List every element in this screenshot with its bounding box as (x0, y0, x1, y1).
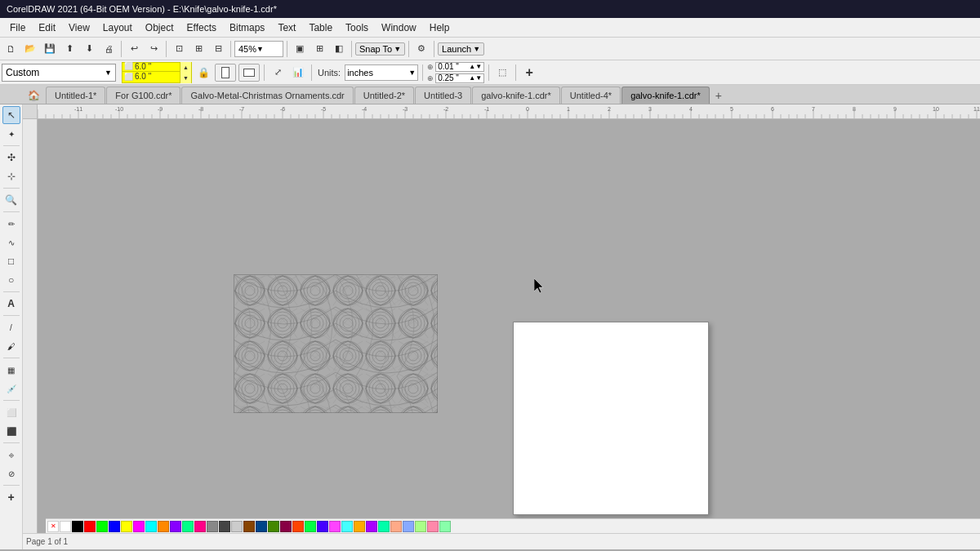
snap-to-button[interactable]: Snap To ▼ (355, 42, 405, 56)
color-swatch-5[interactable] (121, 521, 132, 532)
color-swatch-24[interactable] (354, 521, 365, 532)
menu-object[interactable]: Object (139, 20, 180, 35)
launch-button[interactable]: Launch ▼ (438, 42, 484, 56)
color-swatch-31[interactable] (439, 521, 451, 532)
canvas-content[interactable] (38, 119, 980, 533)
add-page-tool[interactable]: + (2, 488, 20, 506)
menu-tools[interactable]: Tools (339, 20, 375, 35)
size-up-arrow[interactable]: ▲ (180, 62, 191, 73)
tab-christmas[interactable]: Galvo-Metal-Christmas Ornaments.cdr (181, 87, 353, 104)
menu-window[interactable]: Window (375, 20, 423, 35)
undo-button[interactable]: ↩ (125, 40, 143, 58)
options-button[interactable]: ⚙ (412, 40, 430, 58)
crop-tool[interactable]: ⊹ (2, 167, 20, 185)
color-swatch-25[interactable] (366, 521, 377, 532)
width-input[interactable]: ⬜ 6.0 " (122, 62, 180, 72)
color-swatch-9[interactable] (170, 521, 181, 532)
transform-tool[interactable]: ✣ (2, 149, 20, 167)
color-swatch-22[interactable] (329, 521, 341, 532)
lock-aspect-button[interactable]: 🔒 (194, 64, 212, 82)
tab-untitled2[interactable]: Untitled-2* (354, 87, 414, 104)
tab-g100[interactable]: For G100.cdr* (106, 87, 180, 104)
open-button[interactable]: 📂 (21, 40, 39, 58)
eraser-tool[interactable]: ⎆ (2, 446, 20, 464)
menu-help[interactable]: Help (423, 20, 457, 35)
tab-galvo-knife1-active[interactable]: galvo-knife-1.cdr* (621, 87, 710, 104)
menu-bitmaps[interactable]: Bitmaps (223, 20, 271, 35)
color-swatch-6[interactable] (133, 521, 145, 532)
color-swatch-29[interactable] (415, 521, 426, 532)
menu-file[interactable]: File (3, 20, 32, 35)
curve-tool[interactable]: ✏ (2, 215, 20, 233)
redo-button[interactable]: ↪ (145, 40, 163, 58)
pen-tool[interactable]: / (2, 318, 20, 336)
menu-table[interactable]: Table (302, 20, 339, 35)
pattern-design[interactable] (234, 274, 438, 415)
color-swatch-14[interactable] (231, 521, 243, 532)
view-btn3[interactable]: ◧ (330, 40, 348, 58)
eyedropper-tool[interactable]: 💉 (2, 380, 20, 398)
color-swatch-10[interactable] (182, 521, 194, 532)
import-button[interactable]: ⬆ (60, 40, 78, 58)
view-btn1[interactable]: ▣ (291, 40, 309, 58)
size-down-arrow[interactable]: ▼ (180, 73, 191, 83)
interactive-fill[interactable]: ⬜ (2, 403, 20, 421)
menu-text[interactable]: Text (271, 20, 302, 35)
color-swatch-30[interactable] (427, 521, 439, 532)
page-resize-btn2[interactable]: 📊 (289, 64, 307, 82)
select-tool[interactable]: ↖ (2, 106, 20, 124)
color-swatch-8[interactable] (158, 521, 169, 532)
nudge-input2[interactable]: 0.25 " ▲▼ (435, 73, 484, 83)
fit3-button[interactable]: ⊟ (209, 40, 227, 58)
units-dropdown[interactable]: inches ▼ (345, 64, 418, 81)
home-button[interactable]: 🏠 (24, 87, 42, 104)
menu-view[interactable]: View (62, 20, 96, 35)
color-swatch-28[interactable] (403, 521, 414, 532)
portrait-button[interactable] (215, 64, 236, 82)
fit-button[interactable]: ⊡ (170, 40, 188, 58)
export-button[interactable]: ⬇ (80, 40, 98, 58)
shape-tool[interactable]: □ (2, 252, 20, 270)
tab-galvo-knife1[interactable]: galvo-knife-1.cdr* (472, 87, 560, 104)
color-swatch-16[interactable] (256, 521, 267, 532)
color-swatch-7[interactable] (145, 521, 157, 532)
color-swatch-26[interactable] (378, 521, 390, 532)
tab-untitled1[interactable]: Untitled-1* (46, 87, 105, 104)
add-page-button[interactable]: + (520, 64, 538, 82)
zoom-arrow[interactable]: ▼ (256, 45, 264, 53)
color-swatch-21[interactable] (317, 521, 328, 532)
color-swatch-15[interactable] (243, 521, 255, 532)
color-swatch-27[interactable] (390, 521, 402, 532)
ellipse-tool[interactable]: ○ (2, 271, 20, 289)
color-swatch-18[interactable] (280, 521, 292, 532)
new-button[interactable]: 🗋 (2, 40, 20, 58)
print-button[interactable]: 🖨 (100, 40, 118, 58)
save-button[interactable]: 💾 (41, 40, 59, 58)
no-color-swatch[interactable]: ✕ (47, 521, 59, 532)
select-all-button[interactable]: ⬚ (493, 64, 511, 82)
landscape-button[interactable] (238, 64, 260, 82)
menu-effects[interactable]: Effects (180, 20, 223, 35)
fit2-button[interactable]: ⊞ (189, 40, 207, 58)
page-resize-btn1[interactable]: ⤢ (269, 64, 287, 82)
smart-draw-tool[interactable]: ∿ (2, 233, 20, 251)
zoom-box[interactable]: 45% ▼ (234, 41, 283, 57)
color-swatch-19[interactable] (292, 521, 304, 532)
paint-tool[interactable]: 🖌 (2, 337, 20, 355)
smart-fill[interactable]: ⬛ (2, 422, 20, 440)
fill-tool[interactable]: ▦ (2, 361, 20, 379)
color-swatch-17[interactable] (268, 521, 279, 532)
page-size-dropdown[interactable]: Custom ▼ (2, 64, 116, 82)
height-input[interactable]: ⬜ 6.0 " (122, 72, 180, 82)
freehand-tool[interactable]: ✦ (2, 125, 20, 143)
menu-edit[interactable]: Edit (32, 20, 62, 35)
tab-untitled4[interactable]: Untitled-4* (561, 87, 621, 104)
canvas-area[interactable]: -11-10-9-8-7-6-5-4-3-2-10123456789101112 (23, 104, 980, 549)
color-swatch-11[interactable] (194, 521, 206, 532)
color-swatch-4[interactable] (109, 521, 120, 532)
color-swatch-0[interactable] (60, 521, 71, 532)
nudge-input1[interactable]: 0.01 " ▲▼ (435, 62, 484, 72)
tab-untitled3[interactable]: Untitled-3 (415, 87, 471, 104)
view-btn2[interactable]: ⊞ (310, 40, 328, 58)
color-swatch-23[interactable] (341, 521, 353, 532)
